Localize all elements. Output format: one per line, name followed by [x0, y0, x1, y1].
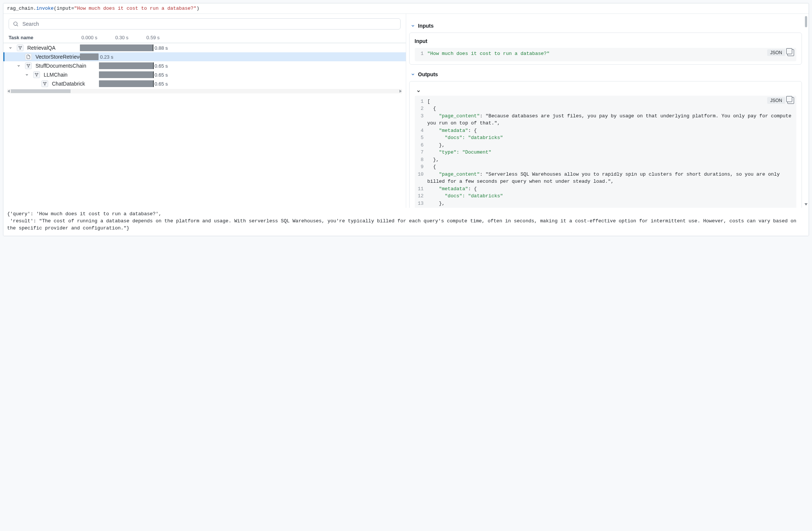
search-input[interactable] [22, 21, 396, 27]
code-line: 13 }, [415, 200, 797, 207]
outputs-title: Outputs [418, 71, 438, 77]
code-line: 8 }, [415, 156, 797, 164]
code-line: 11 "metadata": { [415, 185, 797, 193]
output-code-block: JSON 1[2 {3 "page_content": "Because dat… [415, 96, 797, 208]
code-text: "metadata": { [427, 185, 797, 193]
code-text: "type": "Document" [427, 149, 797, 156]
line-number: 8 [415, 156, 427, 164]
bar-cell: 0.65 s [80, 80, 388, 87]
code-line: 14 "type": "Document" [415, 207, 797, 208]
task-row[interactable]: LLMChain0.65 s [3, 70, 406, 79]
code-line: 12 "docs": "databricks" [415, 192, 797, 200]
timeline-ticks: 0.000 s 0.30 s 0.59 s [81, 35, 401, 40]
timeline-rows: RetrievalQA0.88 sVectorStoreRetriever0.2… [3, 43, 406, 88]
line-number: 1 [415, 98, 427, 105]
svg-point-0 [14, 22, 17, 25]
duration-bar [99, 71, 153, 78]
input-card: Input JSON 1"How much does it cost to ru… [409, 33, 802, 65]
duration-label: 0.65 s [155, 71, 168, 78]
code-line: 3 "page_content": "Because databases are… [415, 112, 797, 127]
bar-cell: 0.23 s [80, 53, 388, 60]
task-row[interactable]: VectorStoreRetriever0.23 s [3, 52, 406, 61]
code-line: 1[ [415, 98, 797, 105]
line-number: 2 [415, 105, 427, 112]
chevron-down-icon[interactable] [25, 73, 29, 77]
chevron-down-icon[interactable] [17, 64, 21, 68]
code-text: "docs": "databricks" [427, 134, 797, 142]
scroll-left-icon[interactable] [7, 90, 10, 93]
chevron-down-icon [411, 72, 415, 77]
tick-2: 0.59 s [146, 35, 159, 40]
input-card-title: Input [415, 38, 797, 44]
code-text: [ [427, 98, 797, 105]
tick-1: 0.30 s [115, 35, 128, 40]
notebook-cell-output: rag_chain.invoke(input="How much does it… [3, 3, 809, 236]
code-text: }, [427, 142, 797, 149]
scroll-thumb[interactable] [11, 89, 71, 93]
code-line: 5 "docs": "databricks" [415, 134, 797, 142]
document-icon [25, 53, 32, 60]
chain-icon [41, 80, 48, 87]
line-number: 13 [415, 200, 427, 207]
line-number: 3 [415, 112, 427, 127]
code-text: "page_content": "Serverless SQL Warehous… [427, 171, 797, 185]
json-badge[interactable]: JSON [767, 97, 785, 104]
code-line: 4 "metadata": { [415, 127, 797, 135]
horizontal-scrollbar[interactable] [7, 89, 402, 93]
details-pane: Inputs Input JSON 1"How much does it cos… [406, 14, 809, 208]
console-output: {'query': 'How much does it cost to run … [3, 208, 809, 236]
tick-0: 0.000 s [81, 35, 97, 40]
line-number: 9 [415, 163, 427, 171]
code-line: 9 { [415, 163, 797, 171]
scroll-down-icon[interactable] [805, 203, 808, 206]
input-code-lines: 1"How much does it cost to run a databas… [415, 49, 797, 58]
code-text: { [427, 105, 797, 112]
scroll-thumb[interactable] [805, 16, 807, 27]
line-number: 6 [415, 142, 427, 149]
duration-bar [99, 62, 153, 69]
input-code-block: JSON 1"How much does it cost to run a da… [415, 48, 797, 61]
duration-bar [80, 44, 153, 51]
code-line: 1"How much does it cost to run a databas… [415, 50, 797, 58]
output-card: JSON 1[2 {3 "page_content": "Because dat… [409, 81, 802, 208]
outputs-section-header[interactable]: Outputs [409, 68, 802, 81]
scroll-right-icon[interactable] [399, 90, 402, 93]
bar-endcap [153, 62, 154, 69]
line-number: 14 [415, 207, 427, 208]
line-number: 11 [415, 185, 427, 193]
task-label: LLMChain [44, 72, 68, 78]
code-object: rag_chain [7, 6, 33, 11]
copy-icon[interactable] [787, 49, 794, 56]
task-row[interactable]: ChatDatabrick0.65 s [3, 79, 406, 88]
code-text: "How much does it cost to run a database… [427, 50, 797, 58]
search-box[interactable] [9, 18, 401, 30]
vertical-scrollbar[interactable] [804, 15, 808, 207]
code-text: "docs": "databricks" [427, 192, 797, 200]
chevron-down-icon [411, 24, 415, 28]
bar-endcap [153, 71, 154, 78]
code-text: "page_content": "Because databases are j… [427, 112, 797, 127]
line-number: 5 [415, 134, 427, 142]
chain-icon [33, 71, 40, 78]
bar-cell: 0.65 s [80, 62, 388, 69]
duration-bar [99, 80, 153, 87]
chain-icon [25, 62, 32, 69]
bar-endcap [153, 44, 153, 51]
code-line: 2 { [415, 105, 797, 112]
code-text: }, [427, 156, 797, 164]
json-badge[interactable]: JSON [767, 49, 785, 56]
bar-cell: 0.88 s [80, 44, 388, 51]
code-method: invoke [36, 6, 54, 11]
code-text: "type": "Document" [427, 207, 797, 208]
inputs-title: Inputs [418, 23, 434, 29]
chevron-down-icon[interactable] [416, 89, 797, 93]
task-row[interactable]: StuffDocumentsChain0.65 s [3, 61, 406, 70]
task-row[interactable]: RetrievalQA0.88 s [3, 43, 406, 52]
duration-label: 0.65 s [155, 62, 168, 69]
duration-label: 0.65 s [155, 80, 168, 87]
timeline-header: Task name 0.000 s 0.30 s 0.59 s [3, 33, 406, 43]
inputs-section-header[interactable]: Inputs [409, 20, 802, 33]
chevron-down-icon[interactable] [9, 46, 13, 50]
copy-icon[interactable] [787, 97, 794, 104]
code-text: }, [427, 200, 797, 207]
